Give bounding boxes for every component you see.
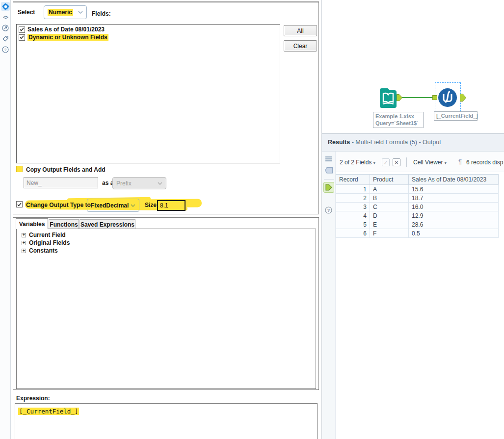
caret-down-icon: ▾ <box>445 161 447 165</box>
tree-item-original-fields[interactable]: + Original Fields <box>22 239 70 246</box>
grid-row[interactable]: 4 D 12.9 <box>336 211 499 220</box>
column-header-sales[interactable]: Sales As of Date 08/01/2023 <box>409 175 498 184</box>
cell-record[interactable]: 5 <box>336 220 370 229</box>
multi-field-formula-tool-icon[interactable] <box>438 88 457 107</box>
expand-plus-icon[interactable]: + <box>22 241 26 245</box>
grid-row[interactable]: 1 A 15.6 <box>336 185 499 194</box>
configuration-gear-icon[interactable] <box>1 2 10 11</box>
checkbox-checked-icon[interactable] <box>19 26 25 33</box>
results-toolbar: 2 of 2 Fields ▾ ✓ ✕ Cell Viewer ▾ ¶ 6 re… <box>336 152 504 172</box>
cell-viewer-label: Cell Viewer <box>413 159 443 166</box>
open-external-icon[interactable] <box>1 24 10 32</box>
help-icon[interactable]: ? <box>325 207 332 214</box>
left-toolbar: <> ? <box>0 0 11 439</box>
grid-row[interactable]: 2 B 18.7 <box>336 194 499 203</box>
prefix-value: Prefix <box>116 180 132 187</box>
cell-product[interactable]: B <box>370 194 409 202</box>
cell-record[interactable]: 2 <box>336 194 370 202</box>
expand-plus-icon[interactable]: + <box>22 249 26 253</box>
field-list[interactable]: Sales As of Date 08/01/2023 Dynamic or U… <box>16 24 280 163</box>
output-anchor-selected[interactable] <box>323 182 334 193</box>
checkbox-checked-icon[interactable] <box>19 34 25 41</box>
cell-sales[interactable]: 16.0 <box>409 203 498 211</box>
workflow-flag-icon[interactable] <box>325 167 333 174</box>
cell-sales[interactable]: 12.9 <box>409 211 498 220</box>
field-list-item[interactable]: Sales As of Date 08/01/2023 <box>19 26 280 33</box>
cell-product[interactable]: A <box>370 185 409 193</box>
tab-functions[interactable]: Functions <box>49 219 79 229</box>
as-a-label: as a <box>102 180 113 186</box>
input-tool-annotation[interactable]: Example 1.xlsx Query=`Sheet1$` <box>373 112 424 128</box>
expression-value: [_CurrentField_] <box>18 408 79 415</box>
cell-record[interactable]: 6 <box>336 229 370 237</box>
select-all-fields-icon[interactable]: ✓ <box>382 158 390 166</box>
cell-product[interactable]: E <box>370 220 409 229</box>
column-header-product[interactable]: Product <box>370 175 409 184</box>
output-anchor-icon[interactable] <box>397 94 402 101</box>
results-header: Results - Multi-Field Formula (5) - Outp… <box>322 134 504 152</box>
all-button[interactable]: All <box>284 25 317 36</box>
results-panel: Results - Multi-Field Formula (5) - Outp… <box>322 133 504 439</box>
help-icon[interactable]: ? <box>1 45 10 54</box>
cell-product[interactable]: D <box>370 211 409 220</box>
cell-sales[interactable]: 15.6 <box>409 185 498 193</box>
output-anchor-icon[interactable] <box>460 94 466 102</box>
field-list-item[interactable]: Dynamic or Unknown Fields <box>19 33 280 41</box>
toolbar-divider <box>406 157 407 167</box>
strip-divider <box>324 179 334 180</box>
connection-line[interactable] <box>399 97 434 98</box>
tree-item-current-field[interactable]: + Current Field <box>22 232 66 238</box>
expand-plus-icon[interactable]: + <box>22 233 26 237</box>
deselect-fields-icon[interactable]: ✕ <box>393 158 400 166</box>
change-type-checkbox[interactable] <box>16 201 23 207</box>
clear-button[interactable]: Clear <box>284 40 317 52</box>
tree-item-constants[interactable]: + Constants <box>22 247 58 254</box>
formula-tool-annotation[interactable]: [_CurrentField_] <box>434 111 477 121</box>
grid-row[interactable]: 3 C 16.0 <box>336 203 499 211</box>
grid-row[interactable]: 5 E 28.6 <box>336 220 499 229</box>
svg-text:?: ? <box>4 48 7 52</box>
results-title: Results <box>328 139 350 146</box>
field-list-item-label: Sales As of Date 08/01/2023 <box>27 26 105 33</box>
cell-viewer-dropdown[interactable]: Cell Viewer ▾ <box>413 159 447 166</box>
cell-product[interactable]: C <box>370 203 409 211</box>
size-input[interactable]: 8.1 <box>157 200 186 211</box>
cell-product[interactable]: F <box>370 229 409 237</box>
code-icon[interactable]: <> <box>1 13 10 22</box>
prefix-dropdown[interactable]: Prefix <box>112 177 166 189</box>
grid-header-row: Record Product Sales As of Date 08/01/20… <box>336 174 499 185</box>
tag-icon[interactable] <box>1 34 10 43</box>
tab-saved-expressions[interactable]: Saved Expressions <box>80 219 135 229</box>
tab-variables[interactable]: Variables <box>16 218 48 229</box>
caret-down-icon: ▾ <box>373 161 375 165</box>
input-data-tool-icon[interactable] <box>378 87 398 109</box>
variables-tree-panel: + Current Field + Original Fields + Cons… <box>16 229 316 389</box>
cell-record[interactable]: 4 <box>336 211 370 220</box>
expression-editor[interactable]: [_CurrentField_] <box>15 403 318 439</box>
results-subtitle: - Multi-Field Formula (5) - Output <box>350 139 441 146</box>
pilcrow-icon[interactable]: ¶ <box>458 158 462 165</box>
fields-summary-dropdown[interactable]: 2 of 2 Fields ▾ <box>340 159 375 166</box>
field-type-dropdown[interactable]: Numeric <box>44 5 87 19</box>
cell-record[interactable]: 1 <box>336 185 370 193</box>
cell-record[interactable]: 3 <box>336 203 370 211</box>
cell-sales[interactable]: 18.7 <box>409 194 498 202</box>
annotation-line: Query=`Sheet1$` <box>375 120 421 127</box>
cell-sales[interactable]: 0.5 <box>409 229 498 237</box>
tree-item-label: Original Fields <box>29 239 70 246</box>
copy-output-checkbox[interactable] <box>16 166 23 172</box>
output-type-value: FixedDecimal <box>91 202 129 209</box>
workflow-canvas[interactable]: Example 1.xlsx Query=`Sheet1$` [_Current… <box>322 0 504 133</box>
grid-row[interactable]: 6 F 0.5 <box>336 229 499 238</box>
tree-item-label: Current Field <box>29 232 66 238</box>
output-anchor-icon <box>325 184 332 191</box>
copy-output-label: Copy Output Fields and Add <box>26 166 106 173</box>
tree-item-label: Constants <box>29 247 58 254</box>
metadata-list-icon[interactable] <box>325 156 332 162</box>
column-header-record[interactable]: Record <box>336 175 370 184</box>
cell-sales[interactable]: 28.6 <box>409 220 498 229</box>
input-anchor-icon[interactable] <box>432 95 437 100</box>
output-type-dropdown[interactable]: FixedDecimal <box>87 199 139 212</box>
new-prefix-input[interactable]: New_ <box>24 177 98 188</box>
chevron-down-icon <box>131 204 135 207</box>
